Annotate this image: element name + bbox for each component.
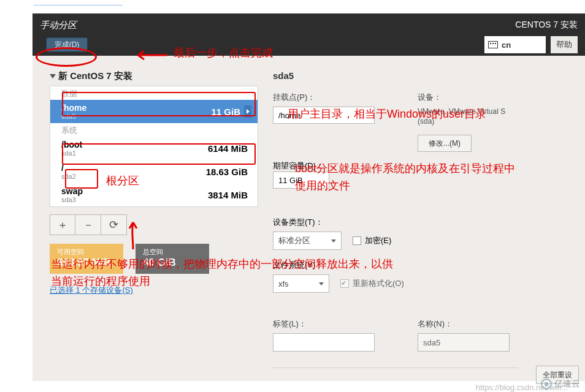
- available-space-label: 可用空间: [57, 247, 116, 257]
- mount-size: 6144 MiB: [208, 143, 248, 154]
- tag-input[interactable]: [273, 333, 375, 352]
- capacity-input[interactable]: [273, 172, 329, 189]
- mountpoint-input[interactable]: [273, 107, 375, 124]
- encrypt-checkbox[interactable]: [353, 236, 361, 245]
- device-type-label: 设备类型(T)：: [273, 217, 579, 228]
- device-type-select[interactable]: 标准分区: [273, 232, 342, 250]
- selected-device-title: sda5: [273, 70, 579, 81]
- modify-device-button[interactable]: 修改...(M): [418, 135, 472, 152]
- distro-title: CENTOS 7 安装: [515, 20, 578, 31]
- section-data-label: 数据: [50, 86, 258, 100]
- mount-item-boot[interactable]: /boot sda1 6144 MiB: [50, 137, 258, 160]
- annotation-root: 根分区: [106, 173, 139, 188]
- mount-device: sda5: [61, 113, 211, 120]
- chevron-down-icon: [331, 239, 336, 243]
- keyboard-language-code: cn: [502, 40, 511, 50]
- device-section-label: 设备：: [418, 92, 522, 103]
- done-button[interactable]: 完成(D): [46, 37, 88, 52]
- mount-size: 18.63 GiB: [206, 167, 248, 177]
- watermark-text: 亿速云: [554, 379, 580, 390]
- install-accordion-header[interactable]: 新 CentOS 7 安装: [50, 70, 258, 82]
- mount-point-list: 数据 /home sda5 11 GiB 系统 /boot sda1 6144: [50, 86, 258, 207]
- watermark-logo: 亿速云: [541, 379, 580, 390]
- name-input: [418, 333, 510, 352]
- mount-item-home[interactable]: /home sda5 11 GiB: [50, 100, 258, 123]
- keyboard-icon: [488, 41, 498, 48]
- total-space-label: 总空间: [143, 247, 202, 257]
- capacity-label: 期望容量(D)：: [273, 160, 579, 172]
- refresh-mount-button[interactable]: ⟳: [101, 214, 127, 235]
- mount-item-swap[interactable]: swap sda3 3814 MiB: [50, 183, 258, 206]
- help-button[interactable]: 帮助: [551, 36, 578, 53]
- mountpoint-label: 挂载点(P)：: [273, 92, 375, 103]
- install-label: 新 CentOS 7 安装: [58, 70, 132, 82]
- device-type-value: 标准分区: [278, 235, 310, 246]
- add-mount-button[interactable]: ＋: [50, 214, 75, 235]
- page-title: 手动分区: [40, 20, 77, 31]
- remove-mount-button[interactable]: －: [75, 214, 101, 235]
- mount-path: /home: [61, 103, 211, 113]
- keyboard-language-selector[interactable]: cn: [484, 36, 546, 53]
- encrypt-label: 加密(E): [365, 235, 391, 246]
- mount-device: sda1: [61, 149, 208, 157]
- mount-item-root[interactable]: / sda2 18.63 GiB: [50, 160, 258, 183]
- section-system-label: 系统: [50, 123, 258, 137]
- chevron-right-icon: [244, 105, 251, 118]
- device-text: VMware, VMware Virtual S (sda): [418, 107, 522, 126]
- mount-path: /: [61, 163, 206, 173]
- mount-size: 11 GiB: [211, 107, 240, 117]
- mount-size: 3814 MiB: [208, 190, 248, 200]
- mount-path: /boot: [61, 140, 208, 149]
- cloud-icon: [541, 379, 552, 390]
- tag-label: 标签(L)：: [273, 318, 375, 330]
- name-label: 名称(N)：: [418, 318, 510, 330]
- annotation-swap: 当运行内存不够用的时候，把物理内存中的一部分空间释放出来，以供当前运行的程序使用: [51, 256, 400, 290]
- chevron-down-icon: [50, 74, 56, 78]
- mount-device: sda3: [61, 196, 208, 203]
